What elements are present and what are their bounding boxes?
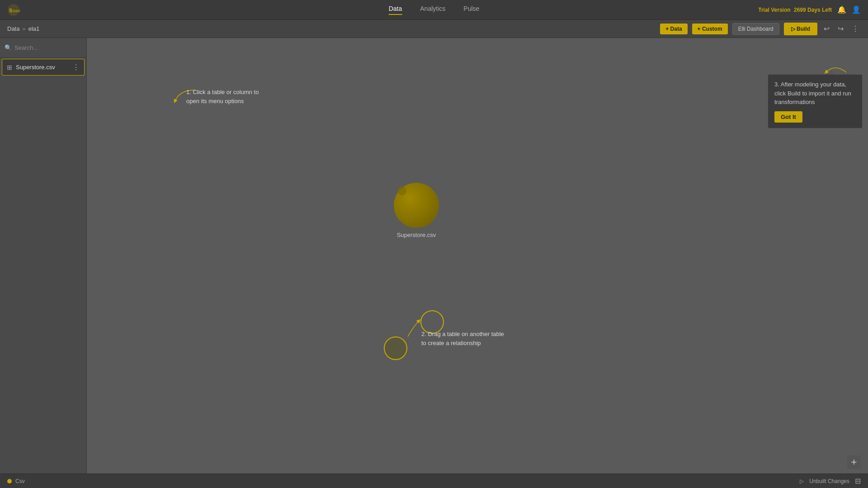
table-node-label: Superstore.csv — [397, 232, 436, 238]
bottom-right: ▷ Unbuilt Changes ⊟ — [800, 477, 861, 485]
table-icon: ⊞ — [7, 64, 12, 71]
redo-button[interactable]: ↪ — [836, 23, 845, 35]
table-node-superstore[interactable]: Superstore.csv — [394, 183, 439, 238]
tooltip-arrow-icon — [821, 61, 849, 75]
build-icon-small: ▷ — [800, 478, 804, 484]
zoom-in-button[interactable]: + — [847, 455, 861, 469]
tooltip-step3-text: 3. After modeling your data, click Build… — [774, 81, 851, 105]
sidebar-item-superstore[interactable]: ⊞ Superstore.csv ⋮ — [2, 59, 85, 76]
breadcrumb: Data » ela1 — [7, 25, 39, 32]
breadcrumb-bar: Data » ela1 + Data + Custom Elli Dashboa… — [0, 20, 868, 38]
breadcrumb-separator: » — [22, 25, 25, 32]
main-layout: 🔍 ≡ ⋮ ⊞ Superstore.csv ⋮ 1. Click a — [0, 38, 868, 474]
nav-tabs: Data Analytics Pulse — [389, 5, 480, 15]
notification-icon[interactable]: 🔔 — [837, 5, 846, 14]
sidebar-search-bar: 🔍 ≡ ⋮ — [0, 38, 86, 58]
got-it-button[interactable]: Got It — [774, 111, 802, 123]
user-icon[interactable]: 👤 — [852, 5, 861, 14]
callout-1-line1: 1. Click a table or column to — [186, 88, 259, 97]
tab-analytics[interactable]: Analytics — [420, 5, 445, 15]
unbuilt-changes-label: Unbuilt Changes — [809, 478, 849, 484]
nav-right: Trial Version 2699 Days Left 🔔 👤 — [758, 5, 861, 14]
tooltip-step3: 3. After modeling your data, click Build… — [768, 74, 863, 128]
svg-text:isense: isense — [13, 9, 20, 13]
dashboard-button[interactable]: Elli Dashboard — [732, 23, 779, 35]
top-nav: S isense Data Analytics Pulse Trial Vers… — [0, 0, 868, 20]
sidebar-item-label: Superstore.csv — [16, 64, 69, 71]
callout-2-line2: to create a relationship — [421, 339, 504, 348]
breadcrumb-right: + Data + Custom Elli Dashboard ▷ Build ↩… — [660, 23, 861, 35]
add-custom-button[interactable]: + Custom — [692, 24, 728, 34]
more-options-button[interactable]: ⋮ — [850, 23, 861, 35]
table-circle — [394, 183, 439, 228]
callout-step1: 1. Click a table or column to open its m… — [186, 88, 259, 105]
undo-button[interactable]: ↩ — [822, 23, 831, 35]
sidebar: 🔍 ≡ ⋮ ⊞ Superstore.csv ⋮ — [0, 38, 87, 474]
callout-2-line1: 2. Drag a table on another table — [421, 330, 504, 339]
search-input[interactable] — [14, 44, 90, 51]
logo: S isense — [7, 4, 20, 16]
search-icon: 🔍 — [5, 44, 12, 51]
layout-icon[interactable]: ⊟ — [855, 477, 861, 485]
csv-label: Csv — [15, 478, 25, 484]
bottom-bar: Csv ▷ Unbuilt Changes ⊟ — [0, 474, 868, 488]
sidebar-item-menu-button[interactable]: ⋮ — [72, 63, 80, 71]
canvas-area: 1. Click a table or column to open its m… — [87, 38, 868, 474]
breadcrumb-data[interactable]: Data — [7, 25, 19, 32]
build-button[interactable]: ▷ Build — [784, 23, 817, 35]
svg-text:S: S — [9, 8, 12, 13]
tab-data[interactable]: Data — [389, 5, 402, 15]
hint-circle-filled — [384, 336, 407, 360]
sisense-logo-icon: S isense — [7, 4, 20, 16]
breadcrumb-current: ela1 — [28, 25, 40, 32]
callout-step2: 2. Drag a table on another table to crea… — [421, 330, 504, 347]
add-data-button[interactable]: + Data — [660, 24, 687, 34]
trial-info: Trial Version 2699 Days Left — [758, 7, 832, 13]
tab-pulse[interactable]: Pulse — [463, 5, 479, 15]
csv-dot-icon — [7, 479, 12, 483]
callout-1-line2: open its menu options — [186, 97, 259, 106]
bottom-left: Csv — [7, 478, 25, 484]
table-circle-overlay — [397, 186, 406, 195]
